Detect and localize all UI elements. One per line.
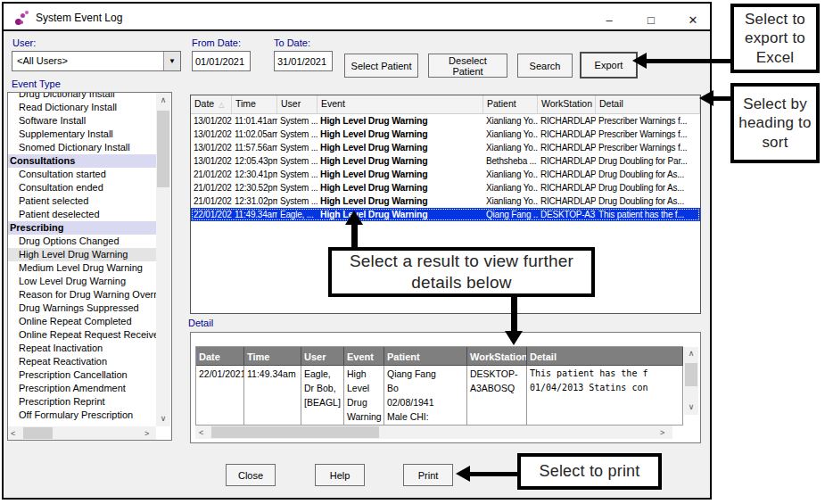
event-type-category[interactable]: Prescribing <box>8 221 156 235</box>
event-row[interactable]: 13/01/202111:57.56amSystem ...High Level… <box>191 141 700 154</box>
event-row[interactable]: 21/01/202112:30.41pmSystem ...High Level… <box>191 168 700 181</box>
to-date-field[interactable] <box>274 51 333 71</box>
deselect-patient-button[interactable]: Deselect Patient <box>428 54 507 78</box>
cell-event: High Level Drug Warning <box>318 208 483 221</box>
hscroll-thumb[interactable] <box>23 427 53 439</box>
event-type-item[interactable]: Prescription Reprint <box>8 395 156 409</box>
column-header-label: Time <box>235 98 256 109</box>
event-type-item[interactable]: Low Level Drug Warning <box>8 275 156 288</box>
event-type-item[interactable]: Software Install <box>8 114 156 128</box>
event-type-item[interactable]: Read Dictionary Install <box>8 101 156 114</box>
event-type-vscrollbar[interactable]: ∧ ∨ <box>156 93 170 426</box>
event-type-category[interactable]: Consultations <box>8 154 156 168</box>
minimize-button[interactable]: – <box>596 11 623 30</box>
column-header-detail[interactable]: Detail <box>596 95 700 113</box>
vscroll-thumb[interactable] <box>157 111 169 187</box>
cell-user: System ... <box>277 114 318 128</box>
column-header-label: User <box>281 98 301 109</box>
close-button[interactable]: Close <box>226 464 276 486</box>
detail-column-header-time: Time <box>244 347 301 366</box>
cell-workstation: RICHARDLAP... <box>538 114 596 128</box>
cell-workstation: RICHARDLAP... <box>538 168 596 181</box>
cell-time: 12:31.02pm <box>232 194 277 208</box>
event-row[interactable]: 21/01/202112:31.02pmSystem ...High Level… <box>191 194 700 208</box>
event-type-item[interactable]: Drug Options Changed <box>8 235 156 248</box>
from-date-field[interactable] <box>192 51 251 71</box>
event-type-item[interactable]: Online Repeat Completed <box>8 315 156 328</box>
cell-time: 11:57.56am <box>232 141 277 154</box>
column-header-label: Date <box>194 98 214 109</box>
column-header-user[interactable]: User <box>277 95 318 113</box>
vscroll-thumb[interactable] <box>685 363 697 386</box>
detail-cell-time: 11:49.34am <box>244 366 301 426</box>
event-type-item[interactable]: Medium Level Drug Warning <box>8 261 156 275</box>
scroll-left-icon[interactable]: < <box>199 428 203 437</box>
event-type-item[interactable]: Consultation ended <box>8 181 156 194</box>
detail-column-header-user: User <box>301 347 344 366</box>
scroll-right-icon[interactable]: > <box>660 428 664 437</box>
search-button[interactable]: Search <box>517 54 573 78</box>
cell-patient: Xianliang Yo... <box>483 181 538 194</box>
event-type-item[interactable]: Patient deselected <box>8 208 156 221</box>
event-type-item[interactable]: Patient selected <box>8 194 156 208</box>
event-row[interactable]: 13/01/202111:02.05amSystem ...High Level… <box>191 128 700 141</box>
event-type-item[interactable]: Drug Warnings Suppressed <box>8 302 156 315</box>
column-header-time[interactable]: Time <box>232 95 277 113</box>
event-type-item[interactable]: Prescription Amendment <box>8 382 156 395</box>
user-dropdown-value: <All Users> <box>17 55 68 66</box>
from-date-label: From Date: <box>192 37 241 48</box>
scroll-left-icon[interactable]: < <box>11 429 15 438</box>
detail-label: Detail <box>188 318 213 328</box>
event-row[interactable]: 13/01/202111:01.41amSystem ...High Level… <box>191 114 700 128</box>
export-annotation: Select to export to Excel <box>730 4 820 73</box>
hscroll-thumb[interactable] <box>211 426 379 438</box>
event-row-selected[interactable]: 22/01/202111:49.34amEagle, ...High Level… <box>191 208 700 221</box>
user-dropdown[interactable]: <All Users> ▼ <box>12 51 181 71</box>
export-button[interactable]: Export <box>580 52 638 78</box>
cell-date: 21/01/2021 <box>191 168 232 181</box>
event-row[interactable]: 21/01/202112:30.52pmSystem ...High Level… <box>191 181 700 194</box>
event-type-item[interactable]: Drug Dictionary Install <box>8 93 156 101</box>
scroll-down-icon[interactable]: ∨ <box>156 414 170 423</box>
scroll-up-icon[interactable]: ∧ <box>684 349 698 358</box>
detail-hscrollbar[interactable]: < > <box>195 426 672 439</box>
column-header-event[interactable]: Event <box>318 95 483 113</box>
event-type-item[interactable]: Repeat Reactivation <box>8 355 156 368</box>
event-type-item[interactable]: Off Formulary Prescription <box>8 409 156 422</box>
print-arrow-head <box>456 466 470 482</box>
cell-time: 11:01.41am <box>232 114 277 128</box>
detail-grid: DateTimeUserEventPatientWorkStationDetai… <box>195 346 683 426</box>
select-patient-button[interactable]: Select Patient <box>344 54 418 78</box>
event-type-item[interactable]: Supplementary Install <box>8 128 156 141</box>
detail-grid-row[interactable]: 22/01/202111:49.34amEagle, Dr Bob, [BEAG… <box>196 366 683 426</box>
event-type-item[interactable]: Repeat Inactivation <box>8 342 156 355</box>
cell-user: System ... <box>277 141 318 154</box>
close-window-button[interactable]: ✕ <box>680 11 706 30</box>
event-type-item[interactable]: Consultation started <box>8 168 156 181</box>
cell-patient: Xianliang Yo... <box>483 114 538 128</box>
event-type-hscrollbar[interactable]: < > <box>8 426 156 440</box>
event-type-item[interactable]: High Level Drug Warning <box>8 248 156 261</box>
scroll-down-icon[interactable]: ∨ <box>684 402 698 411</box>
scroll-right-icon[interactable]: > <box>144 429 149 438</box>
event-type-item[interactable]: Online Repeat Request Receive <box>8 328 156 342</box>
detail-vscrollbar[interactable]: ∧ ∨ <box>684 347 698 415</box>
print-button[interactable]: Print <box>403 464 453 486</box>
chevron-down-icon[interactable]: ▼ <box>163 52 180 70</box>
column-header-patient[interactable]: Patient <box>483 95 538 113</box>
scroll-up-icon[interactable]: ∧ <box>156 95 170 104</box>
cell-detail: Prescriber Warnings f... <box>596 141 700 154</box>
cell-time: 12:30.41pm <box>232 168 277 181</box>
event-row[interactable]: 13/01/202112:05.43pmSystem ...High Level… <box>191 154 700 168</box>
event-type-item[interactable]: Reason for Drug Warning Overri <box>8 288 156 302</box>
column-header-workstation[interactable]: WorkStation <box>538 95 596 113</box>
help-button[interactable]: Help <box>315 464 365 486</box>
event-type-item[interactable]: Snomed Dictionary Install <box>8 141 156 154</box>
event-type-item[interactable]: Prescription Cancellation <box>8 368 156 382</box>
maximize-button[interactable]: □ <box>638 11 664 30</box>
cell-detail: Prescriber Warnings f... <box>596 114 700 128</box>
cell-event: High Level Drug Warning <box>318 141 483 154</box>
user-label: User: <box>12 37 36 48</box>
column-header-date[interactable]: Date△ <box>191 95 232 113</box>
cell-detail: Drug Doubling for Par... <box>596 154 700 168</box>
